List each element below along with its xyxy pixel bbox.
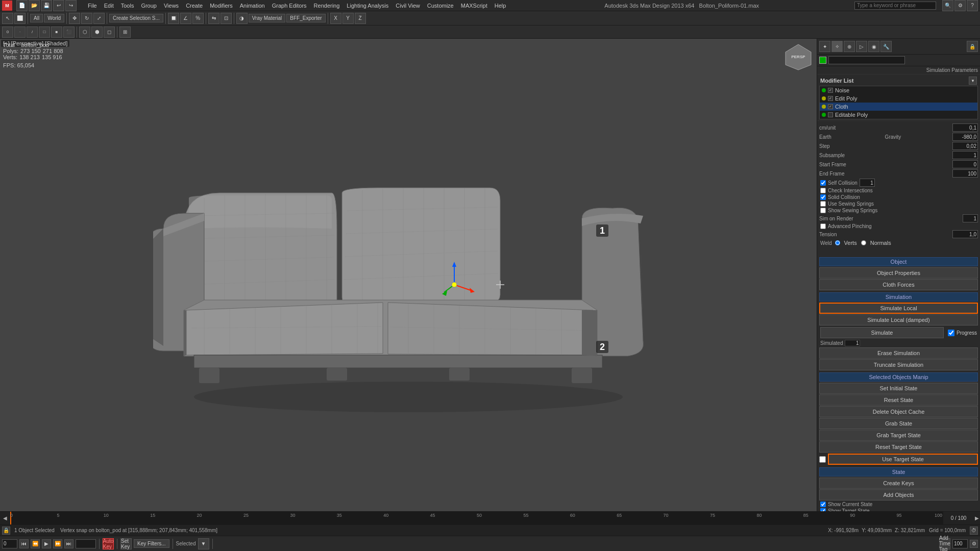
vertex-btn[interactable]: · xyxy=(14,27,26,38)
exporter-text[interactable]: BFF_Exporter xyxy=(286,14,325,22)
self-collision-val[interactable] xyxy=(860,179,875,187)
truncate-simulation-btn[interactable]: Truncate Simulation xyxy=(819,359,978,370)
panel-icon-motion[interactable]: ▷ xyxy=(856,41,867,52)
object-name-input[interactable]: bolton_pod xyxy=(828,56,905,64)
prev-frame-btn[interactable]: ⏮ xyxy=(19,539,29,548)
mod-check-cloth[interactable]: ✓ xyxy=(828,104,833,109)
reset-state-btn[interactable]: Reset State xyxy=(819,394,978,406)
object-color-swatch[interactable] xyxy=(819,57,826,64)
cm-unit-input[interactable] xyxy=(952,123,978,132)
move-btn[interactable]: ✥ xyxy=(69,13,80,24)
timeline-right-btn[interactable]: ▶ xyxy=(975,515,979,521)
panel-icon-lock[interactable]: 🔒 xyxy=(967,41,978,52)
align-btn[interactable]: ⊡ xyxy=(220,13,232,24)
time-config-btn[interactable]: ⏱ xyxy=(970,527,978,535)
settings-btn[interactable]: ⚙ xyxy=(954,0,966,11)
modifier-item-editpoly[interactable]: ✓ Edit Poly xyxy=(820,94,977,103)
simulate-local-damped-btn[interactable]: Simulate Local (damped) xyxy=(819,314,978,325)
progress-check[interactable] xyxy=(948,330,954,336)
set-initial-state-btn[interactable]: Set Initial State xyxy=(819,383,978,394)
menu-rendering[interactable]: Rendering xyxy=(311,2,343,10)
world-dropdown[interactable]: World xyxy=(44,14,64,22)
mod-check-epoly[interactable] xyxy=(828,112,833,117)
start-frame-input[interactable] xyxy=(952,160,978,168)
scale-btn[interactable]: ⤢ xyxy=(93,13,105,24)
viewport[interactable]: [+] [Perspective] [Shaded] Total bolton_… xyxy=(0,39,817,511)
panel-icon-utilities[interactable]: 🔧 xyxy=(880,41,892,52)
gravity-input[interactable] xyxy=(952,133,978,141)
auto-key-btn[interactable]: Auto Key xyxy=(103,538,114,549)
search-input[interactable] xyxy=(854,2,936,10)
step-input[interactable] xyxy=(952,142,978,150)
play-btn[interactable]: ▶ xyxy=(42,539,51,548)
modifier-item-cloth[interactable]: ✓ Cloth xyxy=(820,103,977,111)
mirror-btn[interactable]: ⇆ xyxy=(208,13,219,24)
check-intersections-check[interactable] xyxy=(820,188,826,193)
advanced-pinching-check[interactable] xyxy=(820,223,826,229)
menu-group[interactable]: Group xyxy=(138,2,160,10)
percent-snap-btn[interactable]: % xyxy=(192,13,204,24)
subsample-input[interactable] xyxy=(952,151,978,159)
menu-lighting[interactable]: Lighting Analysis xyxy=(344,2,391,10)
panel-icon-display[interactable]: ◉ xyxy=(868,41,879,52)
menu-views[interactable]: Views xyxy=(161,2,182,10)
save-btn[interactable]: 💾 xyxy=(41,0,52,11)
solid-collision-check[interactable] xyxy=(820,194,826,200)
use-target-state-check[interactable] xyxy=(819,456,826,463)
search-btn[interactable]: 🔍 xyxy=(942,0,953,11)
self-collision-check[interactable] xyxy=(820,180,826,186)
border-btn[interactable]: □ xyxy=(39,27,50,38)
open-btn[interactable]: 📂 xyxy=(29,0,40,11)
key-filters-btn[interactable]: Key Filters... xyxy=(134,539,169,548)
use-target-state-btn[interactable]: Use Target State xyxy=(828,454,978,465)
delete-object-cache-btn[interactable]: Delete Object Cache xyxy=(819,406,978,417)
menu-edit[interactable]: Edit xyxy=(101,2,117,10)
mod-check-noise[interactable]: ✓ xyxy=(828,88,833,93)
normals-radio[interactable] xyxy=(861,240,866,245)
redo-btn[interactable]: ↪ xyxy=(65,0,77,11)
select-btn[interactable]: ↖ xyxy=(2,13,13,24)
menu-modifiers[interactable]: Modifiers xyxy=(207,2,236,10)
selected-dropdown-btn[interactable]: ▼ xyxy=(198,538,209,549)
panel-icon-hierarchy[interactable]: ⊕ xyxy=(844,41,855,52)
menu-customize[interactable]: Customize xyxy=(424,2,457,10)
next-key-btn[interactable]: ⏩ xyxy=(53,539,62,548)
end-frame-input[interactable] xyxy=(952,169,978,178)
mode-dropdown[interactable]: All xyxy=(30,14,43,22)
reset-target-state-btn[interactable]: Reset Target State xyxy=(819,441,978,453)
playback-settings-btn[interactable]: ⚙ xyxy=(970,540,978,548)
render3-btn[interactable]: ◻ xyxy=(104,27,115,38)
timeline-left-btn[interactable]: ◀ xyxy=(3,515,7,521)
poly-btn[interactable]: ■ xyxy=(51,27,62,38)
help-btn[interactable]: ? xyxy=(967,0,978,11)
simulate-local-btn[interactable]: Simulate Local xyxy=(819,303,978,314)
rotate-btn[interactable]: ↻ xyxy=(81,13,92,24)
edge-btn[interactable]: / xyxy=(27,27,38,38)
current-frame-input[interactable]: 0 xyxy=(76,539,96,548)
verts-radio[interactable] xyxy=(835,240,840,245)
snap-btn[interactable]: 🔲 xyxy=(168,13,179,24)
show-target-state-check[interactable] xyxy=(820,508,826,511)
cloth-forces-btn[interactable]: Cloth Forces xyxy=(819,279,978,290)
erase-simulation-btn[interactable]: Erase Simulation xyxy=(819,347,978,359)
create-keys-btn[interactable]: Create Keys xyxy=(819,478,978,489)
zform-btn[interactable]: Z xyxy=(355,13,366,24)
menu-civil-view[interactable]: Civil View xyxy=(393,2,423,10)
frame-start-input[interactable] xyxy=(2,539,17,548)
material-text[interactable]: Vray Material xyxy=(249,14,286,22)
grab-target-state-btn[interactable]: Grab Target State xyxy=(819,430,978,441)
new-btn[interactable]: 📄 xyxy=(16,0,28,11)
menu-create[interactable]: Create xyxy=(183,2,206,10)
prev-key-btn[interactable]: ⏪ xyxy=(31,539,40,548)
range-end-input[interactable] xyxy=(952,539,968,548)
next-frame-btn[interactable]: ⏭ xyxy=(64,539,74,548)
sim-on-render-input[interactable] xyxy=(963,214,978,222)
yform-btn[interactable]: Y xyxy=(342,13,354,24)
menu-tools[interactable]: Tools xyxy=(118,2,137,10)
set-key-btn[interactable]: Set Key xyxy=(120,538,132,549)
add-objects-btn[interactable]: Add Objects xyxy=(819,489,978,500)
nav-cube[interactable]: PERSP xyxy=(783,42,814,72)
timeline-track[interactable]: 0 5 10 15 20 25 30 35 40 45 50 55 60 65 … xyxy=(10,512,943,524)
undo-btn[interactable]: ↩ xyxy=(53,0,64,11)
simulate-btn[interactable]: Simulate xyxy=(820,327,944,338)
